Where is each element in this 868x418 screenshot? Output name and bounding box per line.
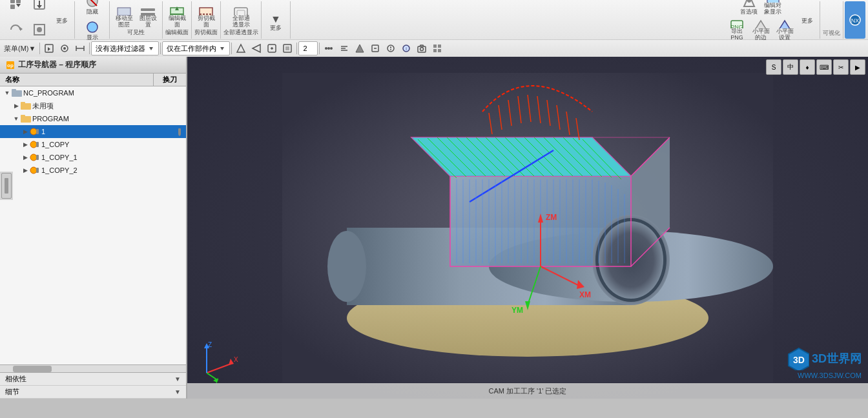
rotate-btn[interactable]: [4, 17, 27, 43]
layer-settings-btn[interactable]: 图层设置: [136, 4, 160, 30]
viewport-icon6[interactable]: ▶: [850, 59, 865, 75]
all-trans-btn[interactable]: 全部通透显示: [229, 4, 253, 30]
viewport-icon3[interactable]: ♦: [800, 59, 815, 75]
viewport-top-icons: S 中 ♦ ⌨ ✂ ▶: [766, 59, 865, 75]
svg-rect-16: [141, 8, 155, 11]
cut-sect-btn[interactable]: 剪切截面: [194, 4, 218, 30]
svg-text:3D: 3D: [793, 355, 805, 365]
tb2-more5-icon: [386, 43, 396, 54]
edit-sect-icon: [168, 5, 186, 15]
corner-btn[interactable]: NX: [845, 1, 865, 39]
work-part-label: 仅在工作部件内: [167, 44, 216, 54]
more2-btn[interactable]: ▼ 更多: [264, 7, 287, 33]
op1-copy1-expand[interactable]: ▶: [21, 153, 30, 162]
edge-icon1[interactable]: [1, 173, 12, 199]
tb2-more7[interactable]: [414, 41, 429, 55]
tree-item-program[interactable]: ▼ PROGRAM: [0, 112, 186, 125]
more3-btn[interactable]: » 更多: [798, 14, 817, 26]
export-btn[interactable]: PNG 导出PNG: [725, 17, 749, 43]
svg-marker-57: [356, 45, 364, 52]
move-down-btn[interactable]: [28, 0, 51, 17]
viewport-icon1[interactable]: S: [766, 59, 781, 75]
scrollbar-thumb[interactable]: [13, 366, 52, 372]
unused-icon: [21, 101, 31, 110]
program-content: ▼ PROGRAM: [0, 114, 186, 123]
tb2-nav4[interactable]: [280, 41, 295, 55]
tb2-more2[interactable]: [336, 41, 352, 55]
hide-icon: [83, 0, 101, 9]
move-up-icon: [8, 0, 23, 11]
op1-copy2-expand[interactable]: ▶: [21, 166, 30, 175]
show-icon: [83, 18, 101, 35]
panel-header-icon: op: [5, 60, 16, 70]
viewport-icon5[interactable]: ✂: [833, 59, 849, 75]
left-scrollbar[interactable]: [0, 364, 186, 372]
bottom-section-detail[interactable]: 细节 ▼: [0, 386, 186, 399]
first-sel-btn[interactable]: 首选项: [738, 0, 761, 17]
more-btn-fangwei[interactable]: » 更多: [52, 14, 72, 26]
tb2-more3[interactable]: [352, 41, 367, 55]
menu-btn[interactable]: 菜单(M)▼: [1, 41, 38, 55]
bottom-section-dependency[interactable]: 相依性 ▼: [0, 373, 186, 386]
fit-btn[interactable]: [28, 17, 51, 43]
tree-item-unused[interactable]: ▶ 未用项: [0, 99, 186, 112]
watermark-hex-icon: 3D: [786, 347, 809, 370]
tb2-more1-icon: [324, 43, 334, 54]
tb2-nav2[interactable]: [249, 41, 264, 55]
tb2-more8[interactable]: [429, 41, 445, 55]
nc-program-expand[interactable]: ▼: [3, 88, 12, 97]
hide-btn[interactable]: 隐藏: [81, 0, 104, 17]
svg-point-84: [30, 141, 37, 148]
svg-point-28: [747, 0, 751, 3]
tree-item-op1-copy1[interactable]: ▶ 1_COPY_1: [0, 151, 186, 164]
edit-obj-btn[interactable]: 编辑对象显示: [761, 0, 785, 17]
corner-icon: NX: [849, 14, 862, 26]
cut-sect-icon: [197, 5, 215, 15]
snap-input[interactable]: 2: [298, 41, 318, 55]
work-part-dropdown[interactable]: 仅在工作部件内: [162, 41, 230, 55]
edit-obj-label: 编辑对象显示: [763, 3, 783, 15]
tb2-icon2[interactable]: [57, 41, 72, 55]
edit-sect-btn[interactable]: 编辑截面: [165, 4, 189, 30]
tb2-icon1[interactable]: [41, 41, 57, 55]
tb2-more6[interactable]: i: [398, 41, 414, 55]
op1-copy2-icon: [30, 166, 40, 175]
tb2-more5[interactable]: [383, 41, 398, 55]
small-plane-btn[interactable]: 小平面的边: [749, 17, 772, 43]
toolbar-group-viz: 可视化: [820, 1, 843, 39]
tb2-snap-icon: [59, 43, 70, 54]
tb2-more1[interactable]: [321, 41, 336, 55]
move-to-layer-btn[interactable]: 移动至图层: [112, 4, 136, 30]
op1-icon: [30, 127, 40, 136]
tree-item-op1-copy[interactable]: ▶ 1_COPY: [0, 138, 186, 151]
unused-expand[interactable]: ▶: [12, 101, 21, 110]
filter-dropdown[interactable]: 没有选择过滤器: [91, 41, 159, 55]
move-up-btn[interactable]: [4, 0, 27, 17]
program-expand[interactable]: ▼: [12, 114, 21, 123]
tree-item-op1[interactable]: ▶ 1: [0, 125, 186, 138]
plane-set-btn[interactable]: 小平面设置: [773, 17, 796, 43]
svg-rect-0: [10, 0, 15, 3]
viewport[interactable]: ZM XM YM X Y Z: [187, 57, 868, 399]
tree-item-op1-copy2[interactable]: ▶ 1_COPY_2: [0, 164, 186, 177]
tree-body[interactable]: ▼ NC_PROGRAM ▶: [0, 86, 186, 364]
tb2-nav3[interactable]: [264, 41, 280, 55]
op1-copy-expand[interactable]: ▶: [21, 140, 30, 149]
tb2-zoom-icon: [267, 43, 277, 54]
tree-item-nc-program[interactable]: ▼ NC_PROGRAM: [0, 86, 186, 99]
show-btn[interactable]: 显示: [81, 17, 104, 43]
panel-title: 工序导航器 – 程序顺序: [18, 59, 96, 70]
tb2-nav1[interactable]: [233, 41, 249, 55]
trans-group-label: 全部通透显示: [223, 30, 258, 36]
op1-copy-svg-icon: [30, 140, 40, 149]
viewport-icon2[interactable]: 中: [783, 59, 798, 75]
toolbar-group-layer: 移动至图层 图层设置 可见性: [110, 1, 163, 39]
toolbar-group-editsect: 编辑截面 编辑截面: [163, 1, 192, 39]
detail-arrow: ▼: [174, 388, 181, 395]
fit-icon: [32, 23, 46, 37]
tb2-more4[interactable]: [367, 41, 383, 55]
tb2-icon3[interactable]: [72, 41, 88, 55]
viewport-icon4[interactable]: ⌨: [816, 59, 832, 75]
op1-expand[interactable]: ▶: [21, 127, 30, 136]
viz-group-label: 可视化: [823, 29, 840, 37]
